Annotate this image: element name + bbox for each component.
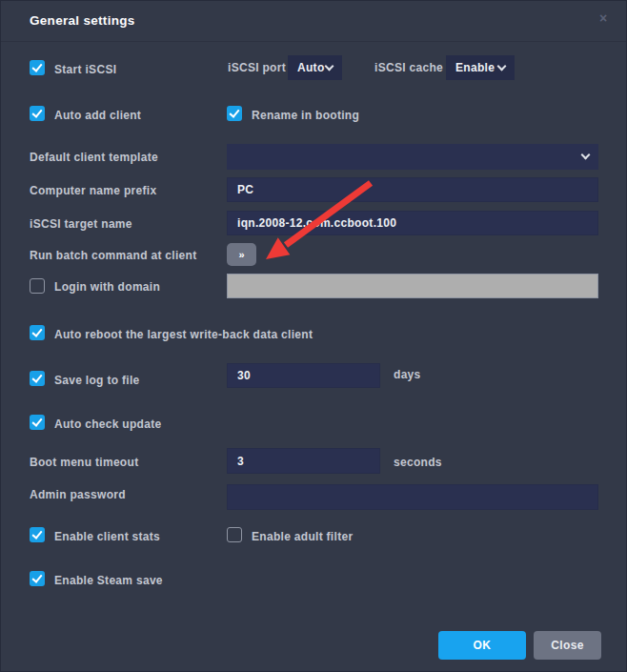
rename-in-booting-checkbox[interactable] <box>227 106 242 121</box>
chevron-down-icon <box>325 61 334 71</box>
admin-password-input[interactable] <box>227 484 598 510</box>
save-log-days-input[interactable] <box>227 363 380 388</box>
auto-reboot-checkbox[interactable] <box>30 325 45 340</box>
close-button[interactable]: Close <box>534 631 601 660</box>
iscsi-cache-select[interactable]: Enable <box>446 55 515 80</box>
auto-add-client-checkbox[interactable] <box>30 106 45 121</box>
login-with-domain-label: Login with domain <box>54 279 160 295</box>
iscsi-target-name-label: iSCSI target name <box>30 216 132 232</box>
boot-menu-timeout-unit-label: seconds <box>394 455 442 470</box>
chevron-down-icon <box>497 61 507 71</box>
iscsi-cache-label: iSCSI cache <box>374 60 443 75</box>
auto-add-client-label: Auto add client <box>54 108 141 123</box>
login-with-domain-checkbox[interactable] <box>30 278 45 294</box>
header-divider <box>1 41 627 42</box>
enable-client-stats-label: Enable client stats <box>54 529 160 544</box>
boot-menu-timeout-input[interactable] <box>227 448 380 474</box>
enable-steam-save-label: Enable Steam save <box>54 573 163 588</box>
iscsi-cache-value: Enable <box>455 61 495 74</box>
boot-menu-timeout-label: Boot menu timeout <box>30 455 138 470</box>
close-icon[interactable]: × <box>592 7 615 30</box>
rename-in-booting-label: Rename in booting <box>252 108 359 123</box>
computer-name-prefix-input[interactable] <box>227 177 598 202</box>
login-with-domain-input <box>227 274 598 298</box>
save-log-checkbox[interactable] <box>30 371 45 386</box>
default-client-template-select[interactable] <box>227 144 598 170</box>
iscsi-port-select[interactable]: Auto <box>288 55 342 80</box>
run-batch-command-label: Run batch command at client <box>30 248 196 263</box>
enable-adult-filter-checkbox[interactable] <box>227 527 242 542</box>
enable-adult-filter-label: Enable adult filter <box>252 529 353 544</box>
enable-steam-save-checkbox[interactable] <box>30 571 45 586</box>
auto-check-update-label: Auto check update <box>54 417 161 432</box>
iscsi-target-name-input[interactable] <box>227 211 598 235</box>
ok-button[interactable]: OK <box>438 631 526 660</box>
dialog-title: General settings <box>30 13 135 28</box>
iscsi-port-label: iSCSI port <box>228 60 286 75</box>
auto-reboot-label: Auto reboot the largest write-back data … <box>54 327 313 342</box>
auto-check-update-checkbox[interactable] <box>30 415 45 430</box>
computer-name-prefix-label: Computer name prefix <box>30 183 156 198</box>
chevron-down-icon <box>581 151 591 160</box>
start-iscsi-label: Start iSCSI <box>54 62 116 77</box>
admin-password-label: Admin password <box>30 487 126 502</box>
start-iscsi-checkbox[interactable] <box>30 60 45 75</box>
enable-client-stats-checkbox[interactable] <box>30 527 45 542</box>
default-client-template-label: Default client template <box>30 150 158 165</box>
save-log-unit-label: days <box>394 367 421 382</box>
save-log-label: Save log to file <box>54 373 140 388</box>
iscsi-port-value: Auto <box>297 61 325 74</box>
run-batch-command-button[interactable]: » <box>227 243 256 266</box>
general-settings-dialog: General settings × Start iSCSI iSCSI por… <box>0 0 627 672</box>
